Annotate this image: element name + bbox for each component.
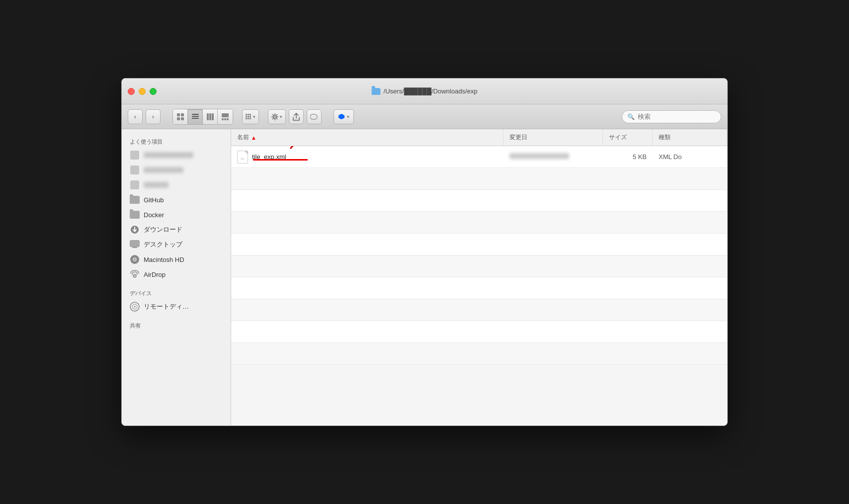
svg-rect-5 — [192, 116, 199, 117]
forward-button[interactable]: › — [146, 109, 161, 124]
col-header-name[interactable]: 名前 ▲ — [231, 129, 504, 146]
sidebar-section-devices: デバイス — [122, 287, 231, 299]
view-cover-svg — [222, 113, 229, 120]
dropbox-button[interactable]: ▾ — [334, 109, 354, 124]
col-header-size[interactable]: サイズ — [603, 129, 653, 146]
svg-rect-18 — [248, 116, 249, 117]
file-size: 5 KB — [633, 153, 647, 161]
sidebar-item-macintosh-hd[interactable]: Macintosh HD — [122, 252, 231, 267]
file-kind: XML Do — [659, 153, 681, 161]
downloads-icon — [130, 225, 140, 235]
svg-rect-33 — [310, 114, 317, 119]
file-col-date — [504, 153, 603, 161]
table-row[interactable] — [231, 277, 727, 299]
sidebar-item-desktop[interactable]: デスクトップ — [122, 237, 231, 252]
main-area: よく使う項目 — [122, 129, 727, 425]
table-row[interactable] — [231, 255, 727, 277]
search-input[interactable] — [638, 113, 716, 120]
svg-rect-8 — [209, 113, 211, 120]
sidebar-item-docker[interactable]: Docker — [122, 207, 231, 222]
folder-icon — [372, 88, 381, 95]
action-button[interactable]: ▾ — [268, 109, 286, 124]
svg-rect-19 — [250, 116, 251, 117]
view-cover-button[interactable] — [218, 109, 233, 124]
file-date-blurred — [509, 153, 569, 159]
svg-rect-1 — [181, 113, 184, 116]
airdrop-icon — [130, 269, 140, 279]
share-button[interactable] — [289, 109, 304, 124]
sidebar-item-label-1 — [144, 167, 183, 173]
sidebar-item-label-airdrop: AirDrop — [144, 271, 166, 278]
dropbox-icon — [338, 113, 345, 120]
svg-rect-4 — [192, 114, 199, 115]
search-box[interactable]: 🔍 — [622, 110, 721, 123]
sidebar: よく使う項目 — [122, 129, 231, 425]
docker-folder-icon — [130, 210, 140, 220]
table-row[interactable]: XML tile_exp.xml 5 KB XML Do — [231, 146, 727, 168]
view-list-button[interactable] — [188, 109, 203, 124]
tag-icon — [310, 114, 318, 120]
sidebar-section-favorites: よく使う項目 — [122, 135, 231, 148]
sort-arrow: ▲ — [251, 135, 256, 141]
table-row[interactable] — [231, 343, 727, 365]
svg-rect-17 — [246, 116, 247, 117]
col-size-label: サイズ — [609, 133, 627, 142]
col-header-kind[interactable]: 種類 — [653, 129, 727, 146]
sidebar-section-shared: 共有 — [122, 319, 231, 332]
back-button[interactable]: ‹ — [128, 109, 143, 124]
blurred-icon-1 — [130, 166, 139, 174]
sidebar-item-label-docker: Docker — [144, 211, 164, 219]
sidebar-item-favorite-0[interactable] — [122, 148, 231, 163]
folder-icon-sm — [130, 196, 140, 204]
table-row[interactable] — [231, 321, 727, 343]
table-row[interactable] — [231, 168, 727, 190]
sidebar-item-favorite-2[interactable] — [122, 177, 231, 192]
view-icon-svg — [177, 113, 184, 120]
svg-rect-15 — [248, 114, 249, 115]
sidebar-item-label-2 — [144, 182, 169, 188]
finder-window: /Users/██████/Downloads/exp ‹ › — [121, 78, 728, 426]
sidebar-item-label-0 — [144, 152, 193, 158]
file-area: 名前 ▲ 変更日 サイズ 種類 — [231, 129, 727, 425]
minimize-button[interactable] — [139, 88, 146, 95]
sidebar-item-airdrop[interactable]: AirDrop — [122, 267, 231, 282]
sidebar-item-github[interactable]: GitHub — [122, 192, 231, 207]
sidebar-item-remote-disk[interactable]: リモートディ… — [122, 299, 231, 314]
airdrop-svg — [130, 269, 140, 279]
svg-rect-7 — [207, 113, 209, 120]
col-date-label: 変更日 — [509, 133, 527, 142]
svg-point-51 — [134, 306, 136, 308]
view-column-button[interactable] — [203, 109, 218, 124]
github-folder-icon — [130, 195, 140, 205]
window-title: /Users/██████/Downloads/exp — [372, 87, 478, 95]
remote-disk-icon — [130, 302, 140, 312]
table-row[interactable] — [231, 299, 727, 321]
folder-icon-sm-docker — [130, 211, 140, 219]
title-bar: /Users/██████/Downloads/exp — [122, 79, 727, 104]
blurred-icon-0 — [130, 151, 139, 160]
svg-line-32 — [272, 118, 273, 119]
table-row[interactable] — [231, 190, 727, 212]
disk-svg — [130, 254, 140, 264]
maximize-button[interactable] — [150, 88, 157, 95]
tag-button[interactable] — [307, 109, 322, 124]
close-button[interactable] — [128, 88, 135, 95]
table-row[interactable] — [231, 212, 727, 234]
view-icon-button[interactable] — [173, 109, 188, 124]
col-name-label: 名前 — [237, 133, 249, 142]
sidebar-item-downloads[interactable]: ダウンロード — [122, 222, 231, 237]
share-icon — [293, 113, 300, 121]
svg-rect-13 — [227, 118, 229, 120]
svg-point-46 — [134, 259, 136, 260]
sidebar-item-icon-0 — [130, 150, 140, 160]
view-options-button[interactable]: ▾ — [242, 109, 259, 124]
table-row[interactable] — [231, 234, 727, 255]
svg-point-24 — [274, 116, 275, 117]
sidebar-item-label-macintosh-hd: Macintosh HD — [144, 256, 184, 263]
svg-rect-0 — [177, 113, 180, 116]
col-header-date[interactable]: 変更日 — [504, 129, 603, 146]
column-headers: 名前 ▲ 変更日 サイズ 種類 — [231, 129, 727, 146]
sidebar-item-favorite-1[interactable] — [122, 163, 231, 177]
sidebar-item-label-remote-disk: リモートディ… — [144, 302, 189, 311]
svg-rect-11 — [222, 118, 224, 120]
